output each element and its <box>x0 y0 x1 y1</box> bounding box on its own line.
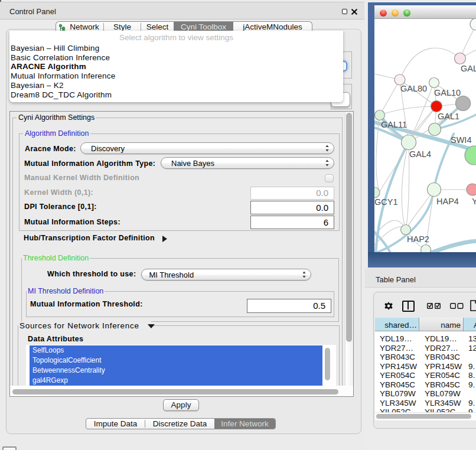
svg-text:HAP2: HAP2 <box>407 234 429 244</box>
svg-text:HAP4: HAP4 <box>436 197 459 206</box>
svg-text:GCY1: GCY1 <box>374 197 398 207</box>
svg-text:GAL4: GAL4 <box>409 149 431 159</box>
svg-text:GAL80: GAL80 <box>400 84 427 93</box>
svg-text:GAL10: GAL10 <box>434 88 461 97</box>
svg-text:GAL1: GAL1 <box>438 112 459 121</box>
svg-text:GAL: GAL <box>461 64 476 73</box>
svg-text:SWI4: SWI4 <box>451 135 471 145</box>
svg-text:GAL11: GAL11 <box>381 120 407 129</box>
svg-text:Y: Y <box>472 197 476 206</box>
